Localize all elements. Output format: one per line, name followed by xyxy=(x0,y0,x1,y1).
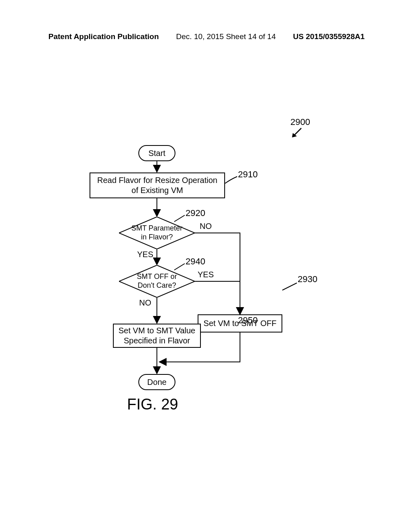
ref-2910: 2910 xyxy=(238,169,258,180)
done-label: Done xyxy=(147,378,167,387)
ref-2920: 2920 xyxy=(186,208,205,218)
header-left: Patent Application Publication xyxy=(48,32,159,41)
decision-smt-off-text: SMT OFF or Don't Care? xyxy=(119,272,195,290)
ref-2940: 2940 xyxy=(186,256,205,267)
decision-smt-off: SMT OFF or Don't Care? xyxy=(119,265,195,297)
branch-yes-2920: YES xyxy=(137,250,153,259)
decision-smt-param: SMT Parameter in Flavor? xyxy=(119,217,195,249)
branch-no-2940: NO xyxy=(139,298,151,308)
flowchart: 2900 Start xyxy=(56,121,359,443)
process-set-value-text: Set VM to SMT Value Specified in Flavor xyxy=(118,326,196,346)
decision-smt-param-text: SMT Parameter in Flavor? xyxy=(119,224,195,241)
done-terminal: Done xyxy=(138,374,175,390)
ref-2950: 2950 xyxy=(238,315,258,326)
header-center: Dec. 10, 2015 Sheet 14 of 14 xyxy=(176,32,276,41)
process-set-value: Set VM to SMT Value Specified in Flavor xyxy=(113,324,201,348)
header-right: US 2015/0355928A1 xyxy=(293,32,365,41)
ref-2930: 2930 xyxy=(298,274,317,285)
figure-label: FIG. 29 xyxy=(127,396,178,413)
process-read-flavor: Read Flavor for Resize Operation of Exis… xyxy=(90,172,225,198)
branch-yes-2940: YES xyxy=(198,270,214,279)
branch-no-2920: NO xyxy=(200,222,212,231)
process-read-flavor-text: Read Flavor for Resize Operation of Exis… xyxy=(94,175,220,195)
page-header: Patent Application Publication Dec. 10, … xyxy=(48,32,365,41)
